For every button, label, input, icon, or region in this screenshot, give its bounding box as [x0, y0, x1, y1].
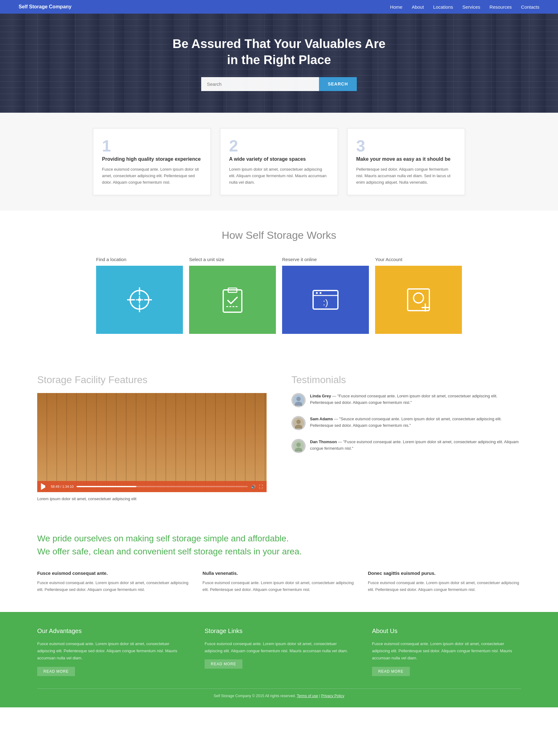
- feature-number-3: 3: [356, 138, 456, 154]
- tagline-col-3: Donec sagittis euismod purus. Fusce euis…: [368, 570, 521, 593]
- read-more-about[interactable]: READ MORE: [372, 667, 410, 676]
- feature-number-2: 2: [229, 138, 329, 154]
- video-controls: 58:49 / 1:34:10 🔊 ⛶: [37, 481, 267, 492]
- step-label-4: Your Account: [375, 257, 462, 262]
- search-button[interactable]: SEARCH: [319, 77, 356, 91]
- fullscreen-icon[interactable]: ⛶: [259, 484, 263, 489]
- warehouse-background: [37, 393, 267, 492]
- step-icon-select[interactable]: [189, 266, 276, 334]
- footer-title-about: About Us: [372, 627, 521, 634]
- step-your-account: Your Account: [375, 257, 462, 334]
- feature-body-3: Pellentesque sed dolor. Aliquam congue f…: [356, 166, 456, 186]
- video-progress-bar[interactable]: [77, 486, 248, 487]
- tagline-columns: Fusce euismod consequat ante. Fusce euis…: [37, 570, 521, 609]
- svg-point-14: [320, 292, 322, 294]
- footer-columns: Our Advantages Fusce euismod consequat a…: [37, 627, 521, 676]
- tagline-section: We pride ourselves on making self storag…: [0, 520, 558, 612]
- testimonial-text-3: Dan Thomson — "Fusce euismod consequat a…: [310, 439, 521, 453]
- how-section: How Self Storage Works Find a location S: [0, 211, 558, 355]
- tagline-text: We pride ourselves on making self storag…: [37, 532, 521, 558]
- top-navigation: Self Storage Company Home About Location…: [0, 0, 558, 14]
- account-icon: [403, 284, 434, 315]
- avatar-linda: [291, 393, 306, 407]
- svg-point-24: [296, 420, 301, 424]
- how-steps: Find a location Select a unit size: [37, 257, 521, 334]
- how-title: How Self Storage Works: [37, 229, 521, 241]
- testimonial-item-2: Sam Adams — "Seusce euismod consequat an…: [291, 416, 521, 430]
- svg-point-17: [413, 293, 424, 303]
- tagline-col-2: Nulla venenatis. Fusce euismod consequat…: [202, 570, 355, 593]
- crosshair-icon: [124, 284, 155, 315]
- person-icon: [293, 417, 304, 429]
- nav-about[interactable]: About: [412, 4, 424, 9]
- testimonials-column: Testimonials Linda Grey — "Fusce euismod…: [291, 374, 521, 501]
- tagline-col-title-2: Nulla venenatis.: [202, 570, 355, 576]
- nav-resources[interactable]: Resources: [489, 4, 512, 9]
- footer-body-advantages: Fusce euismod consequat ante. Lorem ipsu…: [37, 640, 186, 662]
- step-label-2: Select a unit size: [189, 257, 276, 262]
- svg-rect-8: [223, 290, 242, 312]
- tagline-col-body-2: Fusce euismod consequat ante. Lorem ipsu…: [202, 579, 355, 593]
- read-more-advantages[interactable]: READ MORE: [37, 667, 75, 676]
- footer-bottom: Self Storage Company © 2015 All rights r…: [37, 688, 521, 698]
- hero-heading: Be Assured That Your Valuables Are in th…: [173, 36, 386, 68]
- step-find-location: Find a location: [96, 257, 183, 334]
- step-icon-find[interactable]: [96, 266, 183, 334]
- feature-body-1: Fusce euismod consequat ante. Lorem ipsu…: [102, 166, 202, 186]
- facility-video[interactable]: 58:49 / 1:34:10 🔊 ⛶: [37, 393, 267, 492]
- testimonial-text-1: Linda Grey — "Fusce euismod consequat an…: [310, 393, 521, 407]
- avatar-sam: [291, 416, 306, 430]
- footer-col-links: Storage Links Fusce euismod consequat an…: [205, 627, 353, 676]
- testimonials-title: Testimonials: [291, 374, 521, 385]
- feature-body-2: Lorem ipsum dolor sit amet, consectetuer…: [229, 166, 329, 186]
- site-footer: Our Advantages Fusce euismod consequat a…: [0, 612, 558, 707]
- clipboard-icon: [217, 284, 248, 315]
- avatar-dan: [291, 439, 306, 453]
- footer-col-about: About Us Fusce euismod consequat ante. L…: [372, 627, 521, 676]
- feature-title-3: Make your move as easy as it should be: [356, 156, 456, 162]
- volume-icon[interactable]: 🔊: [251, 484, 256, 489]
- nav-contacts[interactable]: Contacts: [521, 4, 539, 9]
- copyright-text: Self Storage Company © 2015 All rights r…: [213, 694, 296, 698]
- footer-col-advantages: Our Advantages Fusce euismod consequat a…: [37, 627, 186, 676]
- video-progress-fill: [77, 486, 136, 487]
- tagline-col-body-1: Fusce euismod consequat ante. Lorem ipsu…: [37, 579, 190, 593]
- hero-search-form: SEARCH: [201, 77, 356, 91]
- tagline-col-1: Fusce euismod consequat ante. Fusce euis…: [37, 570, 190, 593]
- mid-section: Storage Facility Features 58:49 / 1:34:1…: [0, 355, 558, 520]
- svg-point-27: [296, 442, 301, 447]
- testimonial-text-2: Sam Adams — "Seusce euismod consequat an…: [310, 416, 521, 430]
- tagline-col-title-3: Donec sagittis euismod purus.: [368, 570, 521, 576]
- footer-title-advantages: Our Advantages: [37, 627, 186, 634]
- svg-point-21: [296, 397, 301, 401]
- play-button[interactable]: [41, 483, 48, 490]
- nav-home[interactable]: Home: [390, 4, 402, 9]
- tagline-col-body-3: Fusce euismod consequat ante. Lorem ipsu…: [368, 579, 521, 593]
- nav-services[interactable]: Services: [462, 4, 481, 9]
- nav-locations[interactable]: Locations: [433, 4, 453, 9]
- footer-title-links: Storage Links: [205, 627, 353, 634]
- feature-title-2: A wide variety of storage spaces: [229, 156, 329, 162]
- search-input[interactable]: [201, 77, 319, 91]
- svg-point-13: [316, 292, 318, 294]
- feature-number-1: 1: [102, 138, 202, 154]
- testimonial-item-3: Dan Thomson — "Fusce euismod consequat a…: [291, 439, 521, 453]
- features-section: 1 Providing high quality storage experie…: [0, 113, 558, 211]
- privacy-link[interactable]: Privacy Policy: [321, 694, 345, 698]
- feature-card-2: 2 A wide variety of storage spaces Lorem…: [220, 128, 338, 195]
- footer-body-about: Fusce euismod consequat ante. Lorem ipsu…: [372, 640, 521, 662]
- terms-link[interactable]: Terms of use: [297, 694, 318, 698]
- read-more-links[interactable]: READ MORE: [205, 659, 243, 669]
- person-icon: [293, 395, 304, 406]
- feature-card-3: 3 Make your move as easy as it should be…: [347, 128, 465, 195]
- facility-caption: Lorem ipsum dolor sit amet, consectetuer…: [37, 496, 267, 501]
- browser-icon: :): [310, 284, 341, 315]
- step-icon-account[interactable]: [375, 266, 462, 334]
- video-time: 58:49 / 1:34:10: [51, 485, 74, 488]
- step-select-unit: Select a unit size: [189, 257, 276, 334]
- step-label-1: Find a location: [96, 257, 183, 262]
- site-logo: Self Storage Company: [19, 4, 72, 9]
- step-icon-reserve[interactable]: :): [282, 266, 369, 334]
- person-icon: [293, 440, 304, 452]
- footer-body-links: Fusce euismod consequat ante. Lorem ipsu…: [205, 640, 353, 655]
